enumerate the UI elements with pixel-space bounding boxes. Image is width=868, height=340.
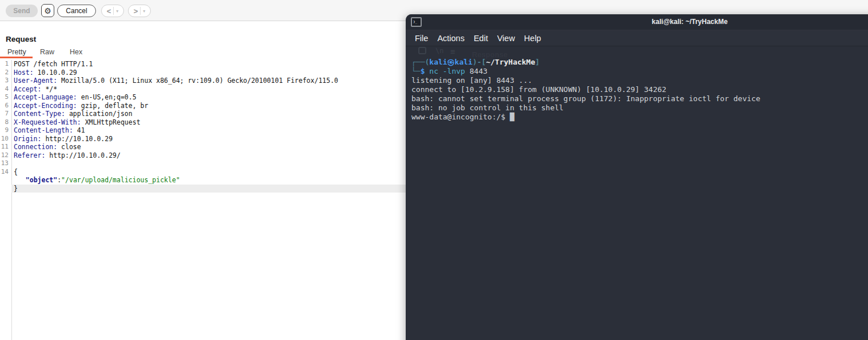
- menu-file[interactable]: File: [415, 34, 428, 43]
- button-divider: [113, 7, 114, 15]
- line-number: 2: [0, 69, 11, 77]
- terminal-output[interactable]: ┌──(kali㉿kali)-[~/TryHackMe]└─$ nc -lnvp…: [406, 46, 868, 127]
- tab-pretty[interactable]: Pretty: [7, 48, 26, 56]
- code-line: listening on [any] 8443 ...: [411, 76, 868, 85]
- active-tab-underline: [0, 57, 33, 58]
- menu-view[interactable]: View: [497, 34, 515, 43]
- line-number: 14: [0, 168, 11, 177]
- line-number: 6: [0, 102, 11, 110]
- code-line: bash: cannot set terminal process group …: [411, 94, 868, 103]
- cancel-button[interactable]: Cancel: [57, 5, 96, 17]
- terminal-menubar: File Actions Edit View Help Response: [406, 30, 868, 46]
- tab-hex[interactable]: Hex: [70, 48, 82, 56]
- menu-help[interactable]: Help: [524, 34, 541, 43]
- code-line: connect to [10.2.9.158] from (UNKNOWN) […: [411, 85, 868, 94]
- line-number: 13: [0, 159, 11, 168]
- line-number: 4: [0, 85, 11, 94]
- line-number: 10: [0, 135, 11, 143]
- request-section-title: Request: [6, 35, 36, 43]
- line-number: 7: [0, 110, 11, 118]
- chevron-down-icon[interactable]: ▾: [143, 9, 145, 14]
- line-number: 1: [0, 60, 11, 69]
- line-number: 9: [0, 126, 11, 135]
- line-number: 3: [0, 77, 11, 85]
- request-view-tabs: Pretty Raw Hex: [0, 48, 406, 59]
- code-line: www-data@incognito:/$ █: [411, 113, 868, 122]
- line-number: [0, 176, 11, 185]
- send-button[interactable]: Send: [6, 5, 38, 17]
- previous-request-button[interactable]: < ▾: [101, 5, 124, 17]
- line-number: 11: [0, 143, 11, 151]
- chevron-right-icon: >: [134, 7, 138, 15]
- menu-actions[interactable]: Actions: [437, 34, 465, 43]
- chevron-left-icon: <: [107, 7, 111, 15]
- chevron-down-icon[interactable]: ▾: [116, 9, 118, 14]
- code-line: ┌──(kali㉿kali)-[~/TryHackMe]: [411, 58, 868, 67]
- code-line: └─$ nc -lnvp 8443: [411, 67, 868, 76]
- tab-raw[interactable]: Raw: [40, 48, 54, 56]
- line-number: [0, 185, 11, 193]
- terminal-titlebar[interactable]: ❯_ kali@kali: ~/TryHackMe: [406, 14, 868, 30]
- line-number: 12: [0, 151, 11, 160]
- terminal-title: kali@kali: ~/TryHackMe: [406, 18, 868, 26]
- code-line: bash: no job control in this shell: [411, 103, 868, 113]
- button-divider: [140, 7, 141, 15]
- next-request-button[interactable]: > ▾: [128, 5, 151, 17]
- line-number: 5: [0, 93, 11, 102]
- terminal-window: ❯_ kali@kali: ~/TryHackMe File Actions E…: [406, 14, 868, 340]
- menu-edit[interactable]: Edit: [474, 34, 488, 43]
- line-number: 8: [0, 118, 11, 127]
- gear-icon[interactable]: ⚙: [41, 4, 54, 17]
